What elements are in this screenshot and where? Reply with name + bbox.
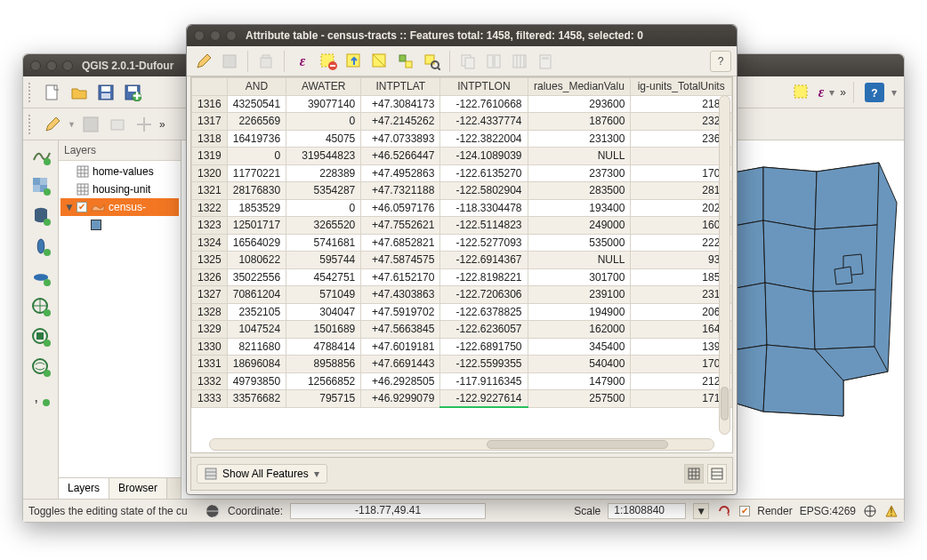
copy-rows-button[interactable]	[456, 50, 480, 73]
table-cell[interactable]: +47.6852821	[361, 234, 440, 252]
move-feature-button[interactable]	[133, 113, 156, 136]
table-row[interactable]: 132910475241501689+47.5663845-122.623605…	[192, 321, 732, 339]
add-mssql-layer-button[interactable]	[29, 265, 52, 288]
table-cell[interactable]: 304047	[286, 303, 361, 321]
table-cell[interactable]: +47.5919702	[361, 303, 440, 321]
table-cell[interactable]: -122.5114823	[440, 217, 528, 235]
table-cell[interactable]: -122.7610668	[440, 95, 528, 113]
table-cell[interactable]: -117.9116345	[440, 372, 528, 390]
row-header[interactable]: 1323	[192, 217, 228, 235]
table-cell[interactable]: -122.5277093	[440, 234, 528, 252]
table-cell[interactable]: 301700	[528, 268, 631, 286]
table-cell[interactable]: -122.7206306	[440, 286, 528, 304]
row-header[interactable]: 1322	[192, 199, 228, 217]
table-cell[interactable]: 4542751	[286, 268, 361, 286]
add-wms-layer-button[interactable]	[29, 295, 52, 318]
table-cell[interactable]: 162000	[528, 321, 631, 339]
row-header[interactable]: 1320	[192, 164, 228, 182]
table-cell[interactable]: NULL	[528, 148, 631, 165]
table-cell[interactable]: 2020	[631, 199, 732, 217]
minimize-icon[interactable]	[46, 60, 57, 71]
table-cell[interactable]: 5354287	[286, 182, 361, 200]
row-header[interactable]: 1319	[192, 148, 228, 165]
help-button[interactable]: ?	[710, 51, 731, 72]
new-column-button[interactable]	[508, 50, 531, 73]
add-delimited-text-layer-button[interactable]: ,	[29, 386, 52, 409]
table-row[interactable]: 13181641973645075+47.0733893-122.3822004…	[192, 130, 732, 148]
invert-selection-button[interactable]	[368, 50, 391, 73]
row-header[interactable]: 1332	[192, 372, 228, 390]
toggle-edit-button[interactable]	[192, 50, 215, 73]
maximize-icon[interactable]	[62, 60, 73, 71]
table-cell[interactable]: 194900	[528, 303, 631, 321]
tab-layers[interactable]: Layers	[59, 478, 109, 499]
table-cell[interactable]: +46.2928505	[361, 372, 440, 390]
new-project-button[interactable]	[41, 81, 64, 104]
row-header[interactable]: 1321	[192, 182, 228, 200]
table-cell[interactable]: 283500	[528, 182, 631, 200]
table-cell[interactable]: 2364	[631, 130, 732, 148]
open-project-button[interactable]	[68, 81, 91, 104]
table-cell[interactable]: 3265520	[286, 217, 361, 235]
horizontal-scrollbar[interactable]	[209, 438, 714, 451]
table-row[interactable]: 131722665690+47.2145262-122.433777418760…	[192, 113, 732, 131]
row-header[interactable]: 1328	[192, 303, 228, 321]
layer-row[interactable]: ▼ census-	[60, 198, 179, 216]
row-header[interactable]: 1316	[192, 95, 228, 113]
table-cell[interactable]: +46.5266447	[361, 148, 440, 165]
table-cell[interactable]: NULL	[528, 252, 631, 269]
warning-icon[interactable]: !	[884, 504, 899, 518]
attribute-grid[interactable]: ANDAWATERINTPTLATINTPTLONralues_MedianVa…	[190, 76, 733, 453]
scale-dropdown[interactable]: ▼	[693, 503, 709, 519]
table-cell[interactable]: 39077140	[286, 95, 361, 113]
table-cell[interactable]: 2352105	[227, 303, 286, 321]
table-cell[interactable]: 16564029	[227, 234, 286, 252]
table-cell[interactable]: -122.5599355	[440, 356, 528, 373]
table-cell[interactable]: 1719	[631, 390, 732, 408]
minimize-icon[interactable]	[210, 30, 221, 41]
table-cell[interactable]: -118.3304478	[440, 199, 528, 217]
table-cell[interactable]: 193400	[528, 199, 631, 217]
table-cell[interactable]: 2327	[631, 113, 732, 131]
column-header[interactable]: ig-units_TotalUnits	[631, 78, 732, 96]
table-view-button[interactable]	[684, 464, 704, 484]
table-cell[interactable]: 2067	[631, 303, 732, 321]
table-cell[interactable]: 595744	[286, 252, 361, 269]
table-cell[interactable]: 231300	[528, 130, 631, 148]
table-row[interactable]: 1331186960848958856+47.6691443-122.55993…	[192, 356, 732, 373]
add-feature-button[interactable]	[106, 113, 129, 136]
table-cell[interactable]: -122.6891750	[440, 338, 528, 356]
zoom-to-selected-button[interactable]	[420, 50, 443, 73]
layers-tree[interactable]: home-values housing-unit ▼ census-	[59, 161, 181, 477]
save-edits-button[interactable]	[218, 50, 241, 73]
row-header[interactable]: 1325	[192, 252, 228, 269]
table-cell[interactable]: +47.6691443	[361, 356, 440, 373]
table-cell[interactable]: -122.6914367	[440, 252, 528, 269]
table-cell[interactable]: 28176830	[227, 182, 286, 200]
table-row[interactable]: 133082116804788414+47.6019181-122.689175…	[192, 338, 732, 356]
row-header[interactable]: 1333	[192, 390, 228, 408]
table-cell[interactable]: 12501717	[227, 217, 286, 235]
table-cell[interactable]: -122.9227614	[440, 390, 528, 408]
toggle-edit-button[interactable]	[41, 113, 64, 136]
help-button[interactable]: ?	[863, 81, 886, 104]
row-header[interactable]: 1331	[192, 356, 228, 373]
table-cell[interactable]: +46.0597176	[361, 199, 440, 217]
table-cell[interactable]: 16419736	[227, 130, 286, 148]
row-header[interactable]: 1317	[192, 113, 228, 131]
delete-selected-button[interactable]	[254, 50, 278, 73]
column-header[interactable]: INTPTLON	[440, 78, 528, 96]
table-cell[interactable]: +47.3084173	[361, 95, 440, 113]
table-cell[interactable]: 293600	[528, 95, 631, 113]
table-cell[interactable]: 1853529	[227, 199, 286, 217]
table-cell[interactable]: 2181	[631, 95, 732, 113]
overflow-icon[interactable]: »	[840, 86, 844, 99]
table-cell[interactable]: 795715	[286, 390, 361, 408]
table-cell[interactable]: 2124	[631, 372, 732, 390]
overflow-icon[interactable]: »	[159, 118, 164, 131]
table-row[interactable]: 133333576682795715+46.9299079-122.922761…	[192, 390, 732, 408]
tab-browser[interactable]: Browser	[109, 478, 167, 499]
crs-icon[interactable]	[863, 504, 877, 518]
table-cell[interactable]: -122.4337774	[440, 113, 528, 131]
table-cell[interactable]: 0	[227, 148, 286, 165]
